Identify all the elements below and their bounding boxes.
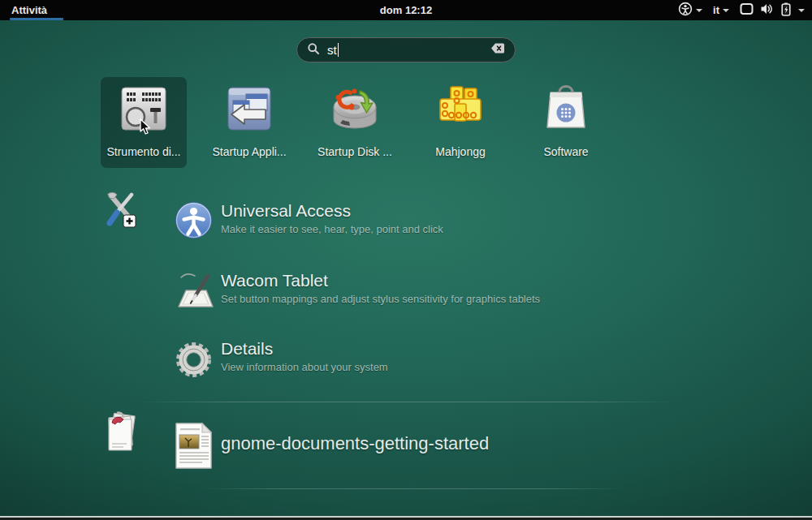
app-label: Startup Disk ... [302,145,408,158]
universal-access-icon [175,201,213,243]
app-tile-mahjongg[interactable]: Mahjongg [417,77,503,168]
documents-section-icon [102,410,140,458]
tweak-tool-icon [118,83,170,135]
mahjongg-icon [434,83,486,135]
keyboard-layout-label: it [713,4,719,16]
result-title: Wacom Tablet [221,271,328,290]
startup-applications-icon [223,83,275,135]
search-query: st [327,43,490,57]
accessibility-icon [678,2,693,19]
result-wacom-tablet[interactable]: Wacom Tablet Set button mappings and adj… [175,271,629,312]
activities-overview: Attività dom 12:12 it [0,0,812,520]
chevron-down-icon [723,9,729,12]
result-title: Universal Access [221,201,351,221]
section-divider [203,488,625,489]
aggregate-menu[interactable] [737,0,807,20]
accessibility-menu[interactable] [676,0,705,20]
result-subtitle: Set button mappings and adjust stylus se… [221,293,540,305]
volume-icon [760,2,774,18]
clear-search-icon[interactable] [490,42,505,58]
document-icon [175,422,213,473]
keyboard-layout-menu[interactable]: it [710,0,732,20]
search-input[interactable]: st [296,37,516,62]
result-title: Details [221,339,273,359]
text-cursor [338,43,339,57]
result-title: gnome-documents-getting-started [221,433,489,454]
battery-charging-icon [780,2,792,19]
chevron-down-icon [798,9,805,12]
result-subtitle: Make it easier to see, hear, type, point… [221,223,443,235]
section-divider [138,402,674,402]
chevron-down-icon [696,9,702,12]
wacom-tablet-icon [175,273,215,313]
app-tile-startup-applications[interactable]: Startup Appli... [206,77,292,168]
app-label: Mahjongg [408,145,513,158]
result-details[interactable]: Details View information about your syst… [175,339,629,380]
result-subtitle: View information about your system [221,361,388,373]
settings-section-icon [102,189,141,234]
details-gear-icon [175,341,213,382]
app-label: Startup Appli... [197,145,302,158]
app-label: Software [513,145,619,158]
app-label: Strumento di... [91,145,197,158]
top-bar: Attività dom 12:12 it [0,0,812,20]
result-universal-access[interactable]: Universal Access Make it easier to see, … [175,201,629,242]
startup-disk-creator-icon [329,83,381,135]
display-icon [740,2,754,18]
system-tray: it [676,0,807,20]
result-document[interactable]: gnome-documents-getting-started [175,422,629,471]
software-icon [540,83,592,135]
app-tile-startup-disk-creator[interactable]: Startup Disk ... [312,77,398,168]
app-tile-tweak-tool[interactable]: Strumento di... [101,77,187,168]
app-tile-software[interactable]: Software [523,77,609,168]
search-value: st [327,43,337,57]
search-icon [307,42,320,58]
